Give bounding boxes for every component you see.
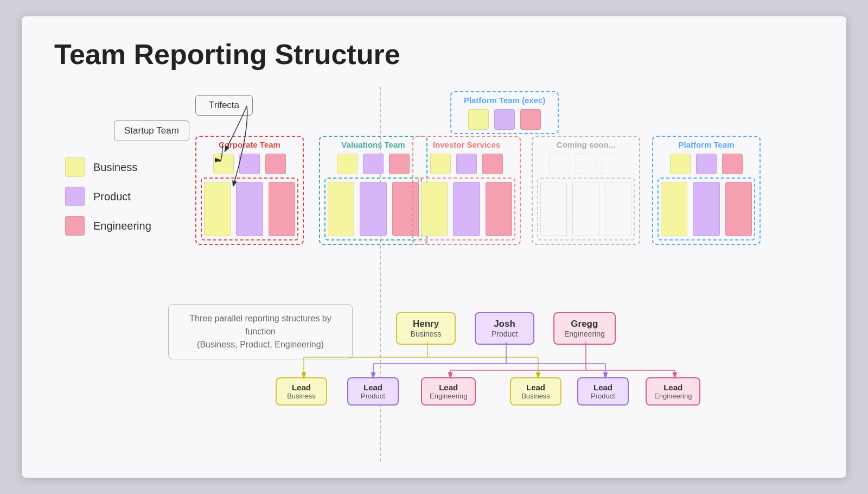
coming-prod-bar bbox=[572, 182, 599, 236]
corporate-prod-sq bbox=[239, 154, 260, 174]
connector-svg bbox=[22, 16, 846, 478]
exec-gregg-role: Engineering bbox=[564, 330, 605, 338]
team-platform-exec-label: Platform Team (exec) bbox=[456, 96, 553, 105]
corporate-eng-bar bbox=[269, 182, 295, 236]
startup-box: Startup Team bbox=[114, 121, 189, 141]
legend-business: Business bbox=[65, 157, 151, 177]
team-corporate-label: Corporate Team bbox=[201, 140, 298, 149]
team-investor-top-row bbox=[418, 154, 515, 174]
lead-product-right-title: Lead bbox=[586, 383, 620, 392]
coming-prod-sq bbox=[576, 154, 596, 174]
team-corporate-top-row bbox=[201, 154, 298, 174]
team-coming-label: Coming soon... bbox=[537, 140, 635, 149]
lead-business-right-role: Business bbox=[519, 392, 553, 400]
trifecta-box: Trifecta bbox=[195, 95, 253, 116]
corporate-biz-sq bbox=[213, 154, 234, 174]
team-investor-label: Investor Services bbox=[418, 140, 515, 149]
platform-prod-bar bbox=[693, 182, 719, 236]
corporate-eng-sq bbox=[265, 154, 286, 174]
startup-label: Startup Team bbox=[124, 125, 179, 136]
lead-engineering-right-title: Lead bbox=[654, 383, 692, 392]
team-valuations: Valuations Team bbox=[319, 136, 427, 245]
team-coming: Coming soon... bbox=[532, 136, 640, 245]
exec-josh-name: Josh bbox=[486, 319, 524, 330]
legend-business-label: Business bbox=[93, 161, 137, 174]
exec-biz-sq bbox=[468, 109, 489, 130]
exec-gregg-name: Gregg bbox=[564, 319, 605, 330]
team-valuations-top-row bbox=[324, 154, 422, 174]
valuations-eng-sq bbox=[389, 154, 410, 174]
exec-gregg-box: Gregg Engineering bbox=[553, 312, 616, 345]
platform-eng-sq bbox=[722, 154, 743, 174]
lead-business-right-title: Lead bbox=[519, 383, 553, 392]
note-box: Three parallel reporting structures by f… bbox=[168, 304, 353, 359]
lead-engineering-right-role: Engineering bbox=[654, 392, 692, 400]
team-platform: Platform Team bbox=[652, 136, 761, 245]
exec-josh-role: Product bbox=[486, 330, 524, 338]
lead-engineering-left-role: Engineering bbox=[430, 392, 467, 400]
team-platform-top-row bbox=[658, 154, 755, 174]
exec-henry-role: Business bbox=[407, 330, 445, 338]
investor-biz-sq bbox=[430, 154, 451, 174]
team-platform-bottom-row bbox=[661, 182, 752, 236]
coming-eng-bar bbox=[605, 182, 631, 236]
exec-henry-name: Henry bbox=[407, 319, 445, 330]
team-corporate-bottom-row bbox=[204, 182, 295, 236]
coming-biz-bar bbox=[540, 182, 567, 236]
lead-product-right-role: Product bbox=[586, 392, 620, 400]
team-platform-label: Platform Team bbox=[658, 140, 755, 149]
investor-prod-sq bbox=[456, 154, 477, 174]
lead-product-right: Lead Product bbox=[577, 377, 629, 406]
exec-prod-sq bbox=[494, 109, 515, 130]
legend-product-label: Product bbox=[93, 191, 131, 203]
lead-engineering-right: Lead Engineering bbox=[646, 377, 700, 406]
team-coming-bottom-row bbox=[540, 182, 631, 236]
valuations-prod-bar bbox=[360, 182, 386, 236]
lead-product-left-title: Lead bbox=[356, 383, 390, 392]
exec-henry-box: Henry Business bbox=[396, 312, 456, 345]
team-corporate: Corporate Team bbox=[195, 136, 304, 245]
lead-business-left-title: Lead bbox=[284, 383, 318, 392]
team-coming-top-row bbox=[537, 154, 635, 174]
legend-business-color bbox=[65, 157, 85, 177]
team-investor-bottom-row bbox=[421, 182, 512, 236]
platform-eng-bar bbox=[725, 182, 752, 236]
corporate-biz-bar bbox=[204, 182, 231, 236]
page-title: Team Reporting Structure bbox=[54, 38, 400, 71]
team-investor: Investor Services bbox=[412, 136, 521, 245]
legend-product-color bbox=[65, 187, 85, 206]
trifecta-label: Trifecta bbox=[209, 100, 239, 110]
lead-business-left: Lead Business bbox=[276, 377, 327, 406]
team-platform-exec: Platform Team (exec) bbox=[450, 91, 559, 134]
coming-biz-sq bbox=[550, 154, 570, 174]
team-valuations-label: Valuations Team bbox=[324, 140, 422, 149]
lead-engineering-left-title: Lead bbox=[430, 383, 467, 392]
platform-biz-sq bbox=[670, 154, 691, 174]
team-platform-exec-row bbox=[456, 109, 553, 130]
valuations-biz-bar bbox=[328, 182, 354, 236]
legend-engineering: Engineering bbox=[65, 216, 151, 236]
coming-eng-sq bbox=[602, 154, 622, 174]
legend-product: Product bbox=[65, 187, 151, 206]
platform-biz-bar bbox=[661, 182, 687, 236]
legend-engineering-color bbox=[65, 216, 85, 236]
legend: Business Product Engineering bbox=[65, 157, 151, 245]
legend-engineering-label: Engineering bbox=[93, 220, 151, 232]
exec-josh-box: Josh Product bbox=[475, 312, 534, 345]
team-valuations-bottom-row bbox=[328, 182, 419, 236]
investor-prod-bar bbox=[453, 182, 480, 236]
exec-eng-sq bbox=[520, 109, 541, 130]
corporate-prod-bar bbox=[236, 182, 263, 236]
lead-business-right: Lead Business bbox=[510, 377, 561, 406]
platform-prod-sq bbox=[696, 154, 717, 174]
lead-engineering-left: Lead Engineering bbox=[421, 377, 476, 406]
investor-biz-bar bbox=[421, 182, 448, 236]
valuations-biz-sq bbox=[337, 154, 358, 174]
note-text: Three parallel reporting structures by f… bbox=[189, 314, 331, 349]
investor-eng-sq bbox=[482, 154, 503, 174]
valuations-prod-sq bbox=[363, 154, 384, 174]
investor-eng-bar bbox=[486, 182, 512, 236]
slide: Team Reporting Structure Business Produc… bbox=[22, 16, 846, 478]
lead-business-left-role: Business bbox=[284, 392, 318, 400]
lead-product-left-role: Product bbox=[356, 392, 390, 400]
